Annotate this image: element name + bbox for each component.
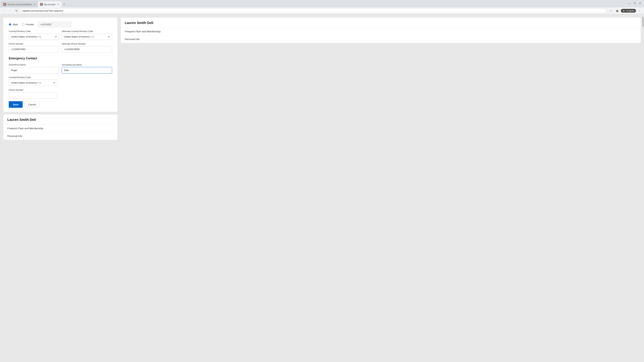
emergency-country-select[interactable]: United States of America + 1 United King… — [9, 80, 57, 86]
emergency-phone-label: Phone Number — [9, 89, 57, 91]
more-options-button[interactable]: ⋮ — [637, 8, 642, 13]
alt-country-code-select[interactable]: United States of America + 1 United King… — [62, 33, 112, 40]
tab-label-account-comms: Account communications — [8, 3, 32, 6]
emergency-phone-group: Phone Number — [9, 89, 57, 98]
radio-male-label: Male — [13, 23, 18, 26]
alt-phone-label: Alternate Phone Number — [62, 42, 112, 45]
minimize-button[interactable]: — — [627, 1, 631, 5]
radio-male[interactable] — [9, 23, 12, 26]
cancel-button[interactable]: Cancel — [25, 101, 40, 108]
scrollbar-track — [642, 13, 644, 362]
reload-button[interactable]: ↻ — [14, 8, 19, 13]
tab-favicon-account-comms: Z — [3, 3, 6, 6]
right-side-card: Lauren Smith Deli Frequent Flyer and Mem… — [121, 17, 641, 43]
address-actions: ☆ ▣ 🕵 Incognito ⋮ — [609, 8, 642, 13]
emergency-country-group: Country/Territory Code United States of … — [9, 76, 57, 86]
scrollbar-thumb[interactable] — [642, 17, 644, 27]
left-card-item-frequent-flyer[interactable]: Frequent Flyer and Membership — [3, 124, 118, 132]
back-button[interactable]: ← — [2, 8, 7, 13]
maximize-button[interactable]: ❐ — [632, 1, 636, 5]
form-card-main: Male Female Country/Territory Code Unite… — [3, 17, 118, 112]
tab-close-my-account[interactable]: ✕ — [57, 3, 60, 6]
emergency-country-row: Country/Territory Code United States of … — [9, 76, 112, 86]
radio-female-group: Female — [22, 23, 34, 26]
tab-label-my-account: My Account — [44, 3, 56, 6]
name-row: Given/First Name Surname/Last Name — [9, 63, 112, 73]
last-name-input[interactable] — [62, 67, 112, 73]
tab-favicon-my-account: Z — [40, 3, 43, 6]
tab-bar-wrapper: Z Account communications ✕ Z My Account … — [0, 0, 644, 7]
tab-close-account-comms[interactable]: ✕ — [33, 3, 36, 6]
url-bar[interactable]: expedia.com/user/account/?selc=payment — [20, 8, 606, 13]
emergency-phone-input[interactable] — [9, 92, 57, 98]
gender-row: Male Female — [9, 22, 112, 27]
tab-bar: Z Account communications ✕ Z My Account … — [0, 0, 644, 7]
radio-female[interactable] — [22, 23, 24, 26]
last-name-group: Surname/Last Name — [62, 63, 112, 73]
emergency-phone-row: Phone Number — [9, 89, 112, 98]
alt-phone-group: Alternate Phone Number — [62, 42, 112, 52]
right-panel: Lauren Smith Deli Frequent Flyer and Mem… — [121, 17, 641, 360]
left-card-item-personal-info[interactable]: Personal Info — [3, 132, 118, 140]
alt-country-code-group: Alternate Country/Territory Code United … — [62, 30, 112, 40]
phone-input[interactable] — [9, 46, 59, 52]
right-card-item-frequent-flyer[interactable]: Frequent Flyer and Membership — [121, 28, 641, 35]
country-code-select[interactable]: United States of America + 1 United King… — [9, 33, 59, 40]
svg-text:Z: Z — [41, 4, 42, 5]
close-button[interactable]: ✕ — [638, 1, 642, 5]
emergency-contact-title: Emergency Contact — [9, 57, 112, 60]
incognito-badge: 🕵 Incognito — [621, 9, 636, 12]
last-name-label: Surname/Last Name — [62, 63, 112, 66]
first-name-label: Given/First Name — [9, 63, 59, 66]
incognito-icon: 🕵 — [622, 9, 625, 12]
url-text: expedia.com/user/account/?selc=payment — [22, 9, 604, 12]
country-code-row: Country/Territory Code United States of … — [9, 30, 112, 40]
country-code-group: Country/Territory Code United States of … — [9, 30, 59, 40]
first-name-group: Given/First Name — [9, 63, 59, 73]
phone-label: Phone Number — [9, 42, 59, 45]
phone-group: Phone Number — [9, 42, 59, 52]
left-side-card: Lauren Smith Deli Frequent Flyer and Mem… — [3, 114, 118, 140]
svg-text:Z: Z — [4, 4, 5, 5]
tab-my-account[interactable]: Z My Account ✕ — [38, 1, 62, 7]
alt-country-code-label: Alternate Country/Territory Code — [62, 30, 112, 32]
first-name-input[interactable] — [9, 67, 59, 73]
incognito-label: Incognito — [626, 9, 634, 12]
top-phone-input[interactable] — [38, 22, 71, 27]
forward-button[interactable]: → — [8, 8, 13, 13]
alt-phone-input[interactable] — [62, 46, 112, 52]
new-tab-button[interactable]: + — [62, 2, 66, 7]
split-view-button[interactable]: ▣ — [615, 8, 620, 13]
page-content: Male Female Country/Territory Code Unite… — [0, 14, 644, 362]
phone-row: Phone Number Alternate Phone Number — [9, 42, 112, 52]
tab-account-communications[interactable]: Z Account communications ✕ — [1, 1, 38, 7]
bookmark-button[interactable]: ☆ — [609, 8, 614, 13]
right-card-title: Lauren Smith Deli — [121, 17, 641, 28]
left-card-title: Lauren Smith Deli — [3, 114, 118, 124]
address-bar: ← → ↻ expedia.com/user/account/?selc=pay… — [0, 7, 644, 14]
save-button[interactable]: Save — [9, 101, 23, 108]
button-row: Save Cancel — [9, 101, 112, 108]
window-controls: — ❐ ✕ — [627, 1, 642, 5]
emergency-country-label: Country/Territory Code — [9, 76, 57, 79]
left-panel: Male Female Country/Territory Code Unite… — [3, 17, 118, 360]
country-code-label: Country/Territory Code — [9, 30, 59, 32]
browser-chrome: Z Account communications ✕ Z My Account … — [0, 0, 644, 14]
radio-female-label: Female — [26, 23, 34, 26]
radio-male-group: Male — [9, 23, 18, 26]
right-card-item-personal-info[interactable]: Personal Info — [121, 35, 641, 43]
